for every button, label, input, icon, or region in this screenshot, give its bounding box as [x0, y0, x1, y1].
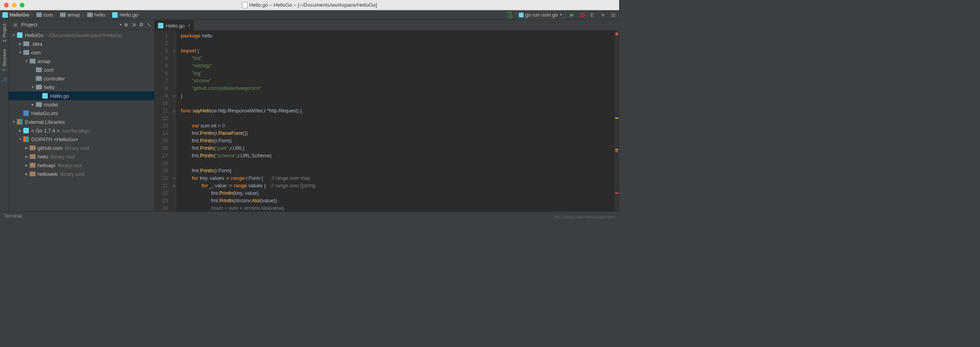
tree-label: com	[31, 50, 41, 56]
tree-toggle-icon[interactable]: ▼	[24, 59, 29, 63]
tree-label: External Libraries	[25, 119, 65, 125]
tree-toggle-icon[interactable]: ▶	[24, 172, 29, 176]
breadcrumb-item[interactable]: com	[36, 12, 53, 18]
tree-toggle-icon[interactable]: ▶	[24, 155, 29, 159]
tree-toggle-icon[interactable]: ▶	[24, 163, 29, 167]
tree-toggle-icon[interactable]: ▼	[17, 50, 23, 54]
tree-row[interactable]: ▼amap	[9, 57, 154, 65]
tree-row[interactable]: ▶helloweblibrary root	[9, 170, 154, 178]
tree-label: model	[44, 102, 58, 108]
stop-button[interactable]: ■	[599, 11, 606, 19]
go-icon	[158, 23, 163, 28]
close-tab-icon[interactable]: ✕	[187, 23, 191, 28]
run-button[interactable]: ▶	[569, 11, 576, 19]
breadcrumb-item[interactable]: hello	[87, 12, 105, 18]
settings-gear-icon[interactable]: ⚙	[139, 22, 144, 28]
run-config-label: go run user.go	[525, 12, 558, 18]
status-bar: Terminal http://blog.csdn.net/loongshawn	[0, 211, 619, 220]
window-maximize-button[interactable]	[20, 3, 24, 7]
stripe-mark[interactable]	[615, 149, 618, 150]
tree-label: github.com	[38, 145, 63, 151]
editor-tab-hello-go[interactable]: Hello.go ✕	[155, 20, 194, 30]
tree-row[interactable]: ▶github.comlibrary root	[9, 144, 154, 152]
project-tree[interactable]: ▼HelloGo~/Documents/workspace/HelloGo▶.i…	[9, 30, 154, 211]
tree-row[interactable]: ▼hello	[9, 83, 154, 91]
tree-label: < Go 1.7.4 >	[31, 128, 60, 134]
tool-tab-project[interactable]: 1: Project	[1, 21, 8, 44]
tree-row[interactable]: ▶model	[9, 100, 154, 109]
locate-icon[interactable]: ⊕	[124, 22, 128, 28]
breadcrumb-label: amap	[67, 12, 80, 18]
vcs-icon[interactable]: ⎇	[1, 76, 8, 82]
tree-toggle-icon[interactable]: ▼	[11, 33, 17, 37]
tree-row[interactable]: ▼com	[9, 48, 154, 57]
tree-row[interactable]: HelloGo.iml	[9, 109, 154, 118]
stripe-mark[interactable]	[615, 151, 618, 152]
tree-label: Hello.go	[50, 93, 69, 99]
line-number-gutter[interactable]: 123456789101112131415161718192021222324	[155, 31, 171, 211]
tree-row[interactable]: ▶.idea	[9, 39, 154, 48]
tree-row[interactable]: conf	[9, 65, 154, 74]
window-title: Hello.go – HelloGo – [~/Documents/worksp…	[242, 2, 377, 8]
collapse-icon[interactable]: ⇲	[131, 22, 136, 28]
breadcrumb-label: Hello.go	[119, 12, 138, 18]
breadcrumb-item[interactable]: Hello.go	[112, 12, 138, 18]
debug-button[interactable]: 🐞	[579, 11, 586, 19]
tree-label: helloapi	[38, 162, 55, 168]
tree-row[interactable]: ▶hellolibrary root	[9, 152, 154, 161]
tree-row[interactable]: ▼External Libraries	[9, 118, 154, 126]
stripe-mark[interactable]	[615, 118, 618, 119]
lib-icon	[23, 136, 29, 142]
tree-toggle-icon[interactable]: ▼	[30, 85, 36, 89]
tree-row[interactable]: ▶helloapilibrary root	[9, 161, 154, 170]
go-icon	[2, 12, 8, 18]
layout-settings-icon[interactable]: ▦	[610, 11, 617, 19]
folder-icon	[36, 84, 42, 90]
error-summary-icon[interactable]	[615, 32, 618, 35]
tree-label: helloweb	[38, 171, 58, 177]
window-close-button[interactable]	[4, 3, 9, 7]
tree-row[interactable]: ▼HelloGo~/Documents/workspace/HelloGo	[9, 31, 154, 39]
folder-icon	[29, 58, 36, 64]
window-minimize-button[interactable]	[12, 3, 17, 7]
breadcrumb-item[interactable]: HelloGo	[2, 12, 29, 18]
tree-row[interactable]: ▼GOPATH <HelloGo>	[9, 135, 154, 144]
tree-toggle-icon[interactable]: ▼	[17, 137, 23, 141]
project-panel-title[interactable]: Project ▾	[21, 22, 122, 28]
pkg-icon	[29, 145, 36, 151]
breadcrumb-label: com	[43, 12, 53, 18]
tree-toggle-icon[interactable]: ▶	[17, 129, 23, 132]
lib-icon	[17, 119, 23, 125]
error-stripe[interactable]	[614, 31, 619, 211]
view-mode-icon[interactable]: ▣	[12, 21, 19, 28]
tree-toggle-icon[interactable]: ▶	[24, 146, 29, 150]
tool-tab-structure[interactable]: 7: Structure	[1, 47, 8, 74]
tree-label: GOPATH <HelloGo>	[31, 136, 78, 142]
tree-toggle-icon[interactable]: ▼	[11, 120, 17, 124]
tree-toggle-icon[interactable]: ▶	[30, 103, 36, 106]
tree-row[interactable]: ▶< Go 1.7.4 >/usr/local/go	[9, 126, 154, 135]
breadcrumb-item[interactable]: amap	[60, 12, 80, 18]
iml-icon	[23, 110, 29, 116]
chevron-right-icon: 〉	[54, 12, 59, 18]
folder-icon	[23, 50, 29, 55]
fold-gutter[interactable]: ⊖⊖⊖⊖⊖	[171, 31, 177, 211]
hide-panel-icon[interactable]: ⤡	[147, 22, 151, 28]
tree-toggle-icon[interactable]: ▶	[17, 42, 23, 46]
pkg-icon	[29, 162, 36, 168]
tree-hint: library root	[51, 154, 75, 160]
editor-tabs: Hello.go ✕	[155, 20, 619, 31]
tree-hint: library root	[65, 145, 89, 151]
folder-icon	[36, 13, 42, 17]
code-editor[interactable]: package helloimport ( "fmt" "net/http" "…	[177, 31, 614, 211]
make-project-icon[interactable]: ↓01↑10	[506, 11, 513, 19]
terminal-tab[interactable]: Terminal	[4, 213, 22, 219]
left-tool-strip: 1: Project 7: Structure ⎇	[0, 20, 9, 211]
tree-label: HelloGo.iml	[31, 110, 58, 116]
coverage-button[interactable]: ◧	[589, 11, 596, 19]
stripe-mark[interactable]	[615, 192, 618, 194]
tree-row[interactable]: controller	[9, 74, 154, 83]
run-configuration-selector[interactable]: go run user.go ▼	[516, 11, 565, 19]
breadcrumbs: HelloGo〉com〉amap〉hello〉Hello.go	[2, 12, 506, 18]
tree-row[interactable]: Hello.go	[9, 91, 154, 100]
